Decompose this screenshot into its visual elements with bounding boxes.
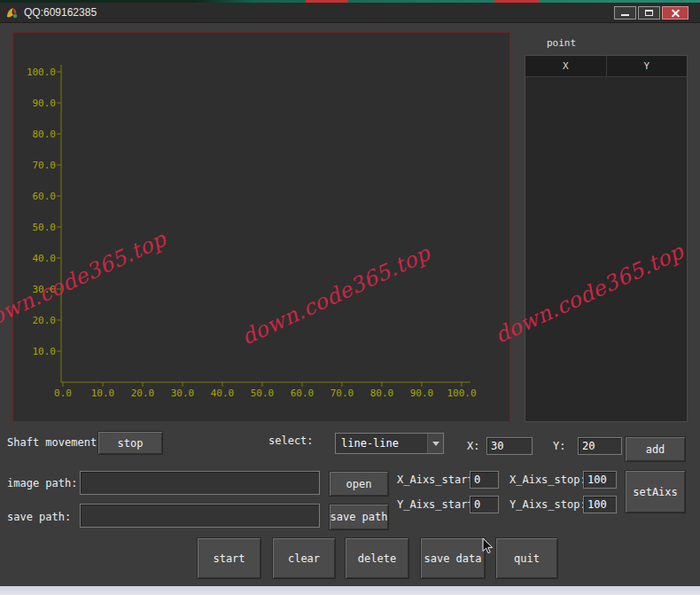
point-panel: point X Y: [525, 35, 688, 422]
x-value-input[interactable]: [486, 437, 533, 455]
x-axis-stop-input[interactable]: [583, 471, 617, 489]
point-panel-title: point: [547, 37, 576, 49]
minimize-icon: [621, 14, 629, 16]
x-axis-tick-label: 20.0: [125, 388, 160, 399]
maximize-button[interactable]: [638, 6, 660, 20]
y-axis-stop-input[interactable]: [583, 496, 617, 513]
y-axis-tick-label: 90.0: [15, 98, 56, 109]
start-button[interactable]: start: [197, 537, 261, 579]
x-axis-tick-label: 10.0: [85, 388, 121, 399]
y-axis-tick-label: 20.0: [15, 315, 56, 326]
y-axis-start-label: Y_Aixs_start: [397, 498, 474, 511]
app-icon: [5, 6, 19, 20]
open-button[interactable]: open: [329, 471, 389, 497]
quit-button[interactable]: quit: [495, 537, 558, 579]
x-axis-tick-label: 80.0: [364, 388, 400, 399]
x-axis-tick-label: 70.0: [324, 388, 360, 399]
x-axis-tick-label: 50.0: [245, 388, 280, 399]
save-path-input[interactable]: [80, 504, 320, 528]
save-path-label: save path:: [7, 511, 71, 523]
delete-button[interactable]: delete: [345, 537, 409, 579]
point-table[interactable]: X Y: [525, 55, 688, 422]
x-axis-tick-label: 40.0: [205, 388, 240, 399]
close-button[interactable]: [662, 6, 688, 20]
y-axis-tick-label: 40.0: [15, 253, 56, 264]
y-axis-tick-label: 100.0: [15, 67, 56, 78]
y-value-input[interactable]: [578, 437, 622, 455]
column-header-y: Y: [607, 56, 688, 76]
y-axis-tick-label: 50.0: [15, 222, 56, 233]
minimize-button[interactable]: [614, 6, 636, 20]
set-axis-button[interactable]: setAixs: [625, 470, 686, 513]
add-button[interactable]: add: [625, 436, 686, 462]
desktop-background-bottom: [0, 586, 700, 595]
image-path-input[interactable]: [80, 471, 320, 495]
window-controls: [614, 6, 688, 20]
point-table-header: X Y: [525, 56, 687, 77]
y-axis-stop-label: Y_Aixs_stop:: [509, 498, 587, 511]
desktop-red-text-sliver: [306, 0, 348, 3]
x-axis-stop-label: X_Aixs_stop:: [509, 474, 587, 486]
stop-button[interactable]: stop: [97, 431, 163, 455]
titlebar[interactable]: QQ:609162385: [0, 3, 700, 23]
x-label: X:: [467, 440, 479, 452]
chevron-down-icon: [432, 442, 439, 446]
window-title: QQ:609162385: [24, 6, 97, 19]
desktop-background-top: [0, 0, 700, 3]
plot-area: 100.0 90.0 80.0 70.0 60.0 50.0 40.0 30.0…: [12, 32, 510, 422]
clear-button[interactable]: clear: [272, 537, 336, 579]
combobox-value: line-line: [336, 437, 427, 450]
x-axis-tick-label: 100.0: [444, 388, 479, 399]
desktop-red-text-sliver: [494, 0, 539, 3]
save-path-button[interactable]: save path: [329, 504, 389, 530]
screen: QQ:609162385 100.0 90.0: [0, 0, 700, 595]
image-path-label: image path:: [7, 477, 77, 489]
y-label: Y:: [553, 440, 565, 452]
line-type-combobox[interactable]: line-line: [335, 433, 444, 454]
x-axis-tick-label: 30.0: [165, 388, 200, 399]
combobox-dropdown-button[interactable]: [427, 434, 443, 453]
y-axis-tick-label: 80.0: [15, 129, 56, 140]
maximize-icon: [645, 10, 653, 16]
y-axis-tick-label: 30.0: [15, 284, 56, 295]
x-axis-tick-label: 90.0: [404, 388, 439, 399]
y-axis-tick-label: 60.0: [15, 191, 56, 202]
y-axis-tick-label: 70.0: [15, 160, 56, 171]
plot-axes: [13, 33, 511, 423]
shaft-movement-label: Shaft movement:: [7, 436, 103, 449]
x-axis-tick-label: 0.0: [45, 388, 81, 399]
point-table-body[interactable]: [525, 77, 687, 421]
select-label: select:: [268, 435, 314, 447]
y-axis-start-input[interactable]: [470, 496, 499, 513]
x-axis-tick-label: 60.0: [284, 388, 320, 399]
column-header-x: X: [525, 56, 607, 76]
y-axis-tick-label: 10.0: [15, 346, 56, 357]
x-axis-start-label: X_Aixs_start: [397, 474, 474, 486]
save-data-button[interactable]: save data: [420, 537, 486, 579]
x-axis-start-input[interactable]: [470, 471, 499, 489]
